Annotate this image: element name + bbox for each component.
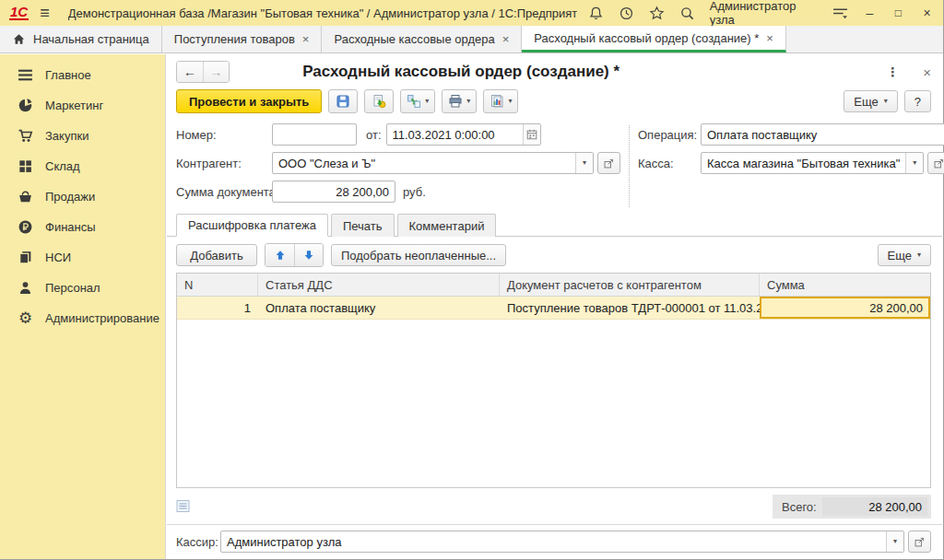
amount-input[interactable]: 28 200,00 xyxy=(272,181,395,203)
counterparty-open-button[interactable] xyxy=(597,152,620,174)
tab-close-icon[interactable]: × xyxy=(302,32,310,46)
counterparty-input[interactable]: ООО "Слеза и Ъ" ▾ xyxy=(272,152,594,174)
cashbox-label: Касса: xyxy=(638,157,701,170)
arrow-up-icon xyxy=(274,249,287,262)
tab-goods-receipts[interactable]: Поступления товаров × xyxy=(162,26,323,52)
tab-payment-details[interactable]: Расшифровка платежа xyxy=(176,214,328,237)
chevron-down-icon: ▾ xyxy=(884,98,888,105)
minimize-button[interactable]: – xyxy=(863,6,877,20)
sidebar-item-label: Администрирование xyxy=(45,311,159,325)
main-menu-icon[interactable]: ≡ xyxy=(40,5,50,21)
chevron-down-icon[interactable]: ▾ xyxy=(905,153,923,173)
cell-row-number[interactable]: 1 xyxy=(177,297,258,319)
form-menu-dots-icon[interactable]: ⋮ xyxy=(886,64,899,79)
more-button[interactable]: Еще ▾ xyxy=(844,90,897,112)
cashier-input[interactable]: Администратор узла ▾ xyxy=(220,531,904,553)
notifications-bell-icon[interactable] xyxy=(588,6,604,21)
menu-lines-icon xyxy=(18,67,33,83)
sidebar-item-finance[interactable]: Финансы xyxy=(0,212,165,242)
comment-list-icon[interactable] xyxy=(176,499,191,514)
sidebar-item-warehouse[interactable]: Склад xyxy=(0,151,165,181)
pick-unpaid-button[interactable]: Подобрать неоплаченные... xyxy=(331,244,506,266)
chevron-down-icon[interactable]: ▾ xyxy=(886,531,903,552)
sidebar-item-sales[interactable]: Продажи xyxy=(0,181,165,212)
sidebar-item-label: Склад xyxy=(45,159,80,173)
move-row-down-button[interactable] xyxy=(294,244,323,266)
search-icon[interactable] xyxy=(679,6,695,21)
column-header-settlement-doc[interactable]: Документ расчетов с контрагентом xyxy=(500,274,760,296)
ruble-icon xyxy=(18,219,33,235)
tab-comment[interactable]: Комментарий xyxy=(397,214,497,237)
maximize-button[interactable]: □ xyxy=(891,6,905,19)
history-icon[interactable] xyxy=(619,6,634,21)
table-empty-area[interactable] xyxy=(177,320,930,487)
current-user[interactable]: Администратор узла xyxy=(710,0,818,27)
back-button[interactable]: ← xyxy=(177,62,203,82)
post-and-close-button[interactable]: Провести и закрыть xyxy=(176,89,322,113)
sidebar-item-main[interactable]: Главное xyxy=(0,60,165,90)
date-from-label: от: xyxy=(366,128,382,142)
sidebar-item-label: НСИ xyxy=(45,251,71,264)
reports-button[interactable]: ▾ xyxy=(483,89,518,113)
document-form: ← → Расходный кассовый ордер (создание) … xyxy=(167,54,942,558)
tab-close-icon[interactable]: × xyxy=(766,31,773,45)
sidebar-item-nsi[interactable]: НСИ xyxy=(0,242,165,273)
column-header-amount[interactable]: Сумма xyxy=(760,274,930,296)
tab-close-icon[interactable]: × xyxy=(502,32,510,46)
service-menu-icon[interactable] xyxy=(832,6,848,21)
operation-input[interactable]: Оплата поставщику xyxy=(701,123,944,146)
favorites-star-icon[interactable] xyxy=(649,6,665,21)
calendar-icon[interactable] xyxy=(523,124,540,145)
cashier-label: Кассир: xyxy=(176,535,220,549)
payment-details-table: N Статья ДДС Документ расчетов с контраг… xyxy=(176,273,931,488)
form-close-icon[interactable]: × xyxy=(923,64,931,80)
sidebar-item-label: Маркетинг xyxy=(45,99,103,112)
sidebar-item-label: Финансы xyxy=(45,220,96,234)
chevron-down-icon: ▾ xyxy=(917,251,921,259)
counterparty-label: Контрагент: xyxy=(176,157,272,170)
tab-print[interactable]: Печать xyxy=(331,214,395,237)
create-based-on-button[interactable]: ▾ xyxy=(400,89,435,113)
table-footer: Всего: 28 200,00 xyxy=(167,488,942,524)
table-header: N Статья ДДС Документ расчетов с контраг… xyxy=(177,274,930,297)
column-header-expense-item[interactable]: Статья ДДС xyxy=(258,274,500,296)
number-input[interactable] xyxy=(272,123,357,146)
sidebar-item-purchases[interactable]: Закупки xyxy=(0,121,165,151)
help-button[interactable]: ? xyxy=(904,90,931,112)
grid-more-button[interactable]: Еще ▾ xyxy=(878,244,931,266)
cell-expense-item[interactable]: Оплата поставщику xyxy=(258,297,500,319)
save-button[interactable] xyxy=(328,89,358,113)
chevron-down-icon: ▾ xyxy=(466,98,470,105)
cell-settlement-doc[interactable]: Поступление товаров ТДРТ-000001 от 11.03… xyxy=(500,297,760,319)
tab-cash-orders-list[interactable]: Расходные кассовые ордера × xyxy=(322,26,522,52)
sidebar-item-marketing[interactable]: Маркетинг xyxy=(0,90,165,121)
tab-home[interactable]: Начальная страница xyxy=(0,26,162,52)
post-document-button[interactable] xyxy=(364,89,394,113)
cell-amount-selected[interactable]: 28 200,00 xyxy=(760,297,930,319)
grid-icon xyxy=(18,158,33,174)
sidebar-item-label: Главное xyxy=(45,68,91,82)
date-input[interactable]: 11.03.2021 0:00:00 xyxy=(386,123,541,146)
section-tabs: Расшифровка платежа Печать Комментарий xyxy=(167,213,942,237)
cashbox-open-button[interactable] xyxy=(927,152,944,174)
table-row[interactable]: 1 Оплата поставщику Поступление товаров … xyxy=(177,297,930,320)
tab-cash-order-new[interactable]: Расходный кассовый ордер (создание) * × xyxy=(522,26,786,52)
pie-chart-icon xyxy=(18,98,33,113)
sidebar-item-label: Продажи xyxy=(45,190,95,204)
stack-icon xyxy=(18,250,33,265)
sidebar-item-personnel[interactable]: Персонал xyxy=(0,273,165,303)
chevron-down-icon[interactable]: ▾ xyxy=(575,153,593,173)
printer-icon xyxy=(448,94,463,109)
column-separator xyxy=(629,125,630,207)
title-bar: 1С ≡ Демонстрационная база /Магазин "Быт… xyxy=(0,0,943,26)
sidebar-item-administration[interactable]: ⚙ Администрирование xyxy=(0,303,165,333)
move-row-up-button[interactable] xyxy=(266,244,294,266)
column-header-n[interactable]: N xyxy=(177,274,258,296)
close-window-button[interactable]: × xyxy=(920,6,934,20)
add-row-button[interactable]: Добавить xyxy=(176,244,257,266)
print-button[interactable]: ▾ xyxy=(442,89,477,113)
app-window: 1С ≡ Демонстрационная база /Магазин "Быт… xyxy=(0,0,944,560)
total-value: 28 200,00 xyxy=(822,497,927,516)
cashier-open-button[interactable] xyxy=(908,531,931,553)
cashbox-input[interactable]: Касса магазина "Бытовая техника" ▾ xyxy=(701,152,924,174)
